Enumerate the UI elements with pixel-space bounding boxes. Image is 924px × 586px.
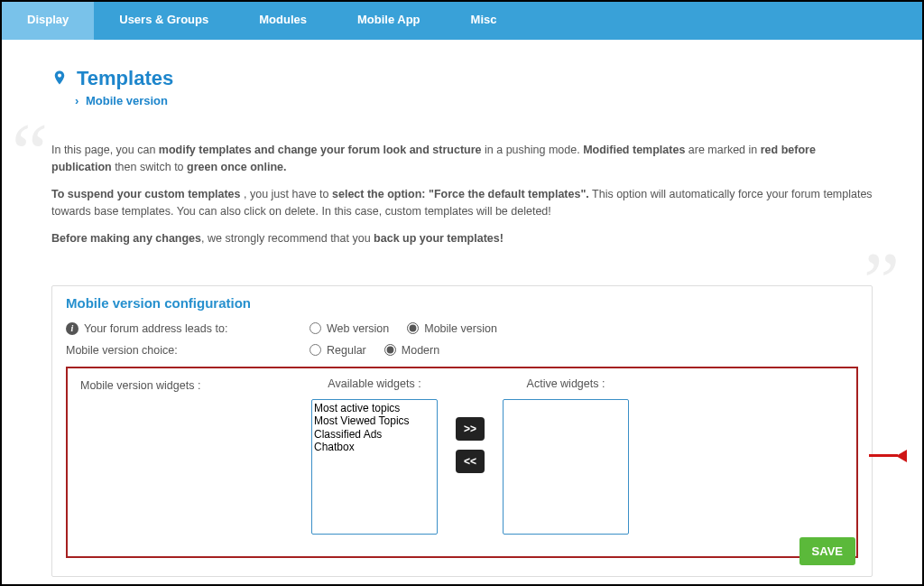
widgets-block: Mobile version widgets : Available widge…: [66, 367, 858, 558]
pin-icon: [51, 68, 68, 90]
radio-modern[interactable]: Modern: [384, 344, 439, 357]
mobile-config-section: Mobile version configuration i Your foru…: [51, 285, 873, 577]
available-widgets-label: Available widgets :: [328, 377, 420, 390]
breadcrumb-current: Mobile version: [86, 94, 168, 107]
tab-modules[interactable]: Modules: [234, 2, 332, 40]
active-widgets-list[interactable]: [503, 399, 629, 535]
radio-mobile-version[interactable]: Mobile version: [407, 322, 497, 335]
tab-display[interactable]: Display: [2, 2, 94, 40]
tab-mobile-app[interactable]: Mobile App: [332, 2, 446, 40]
tab-users-groups[interactable]: Users & Groups: [94, 2, 234, 40]
page-header: Templates: [51, 67, 873, 90]
intro-text: “ In this page, you can modify templates…: [51, 126, 873, 274]
info-icon[interactable]: i: [66, 322, 79, 335]
top-nav: Display Users & Groups Modules Mobile Ap…: [2, 2, 922, 40]
tab-misc[interactable]: Misc: [446, 2, 522, 40]
radio-web-version[interactable]: Web version: [310, 322, 389, 335]
section-title: Mobile version configuration: [66, 295, 858, 311]
widgets-label: Mobile version widgets :: [80, 377, 311, 392]
breadcrumb[interactable]: › Mobile version: [75, 94, 873, 107]
page-title: Templates: [77, 67, 173, 90]
chevron-right-icon: ›: [75, 94, 79, 107]
field-forum-address: i Your forum address leads to: Web versi…: [66, 318, 858, 340]
active-widgets-label: Active widgets :: [527, 377, 605, 390]
annotation-arrow-icon: [869, 450, 907, 462]
move-left-button[interactable]: <<: [456, 450, 485, 473]
field-mobile-choice: Mobile version choice: Regular Modern: [66, 340, 858, 361]
save-button[interactable]: SAVE: [799, 537, 855, 565]
available-widgets-list[interactable]: Most active topicsMost Viewed TopicsClas…: [311, 399, 438, 535]
move-right-button[interactable]: >>: [456, 417, 485, 441]
radio-regular[interactable]: Regular: [310, 344, 366, 357]
